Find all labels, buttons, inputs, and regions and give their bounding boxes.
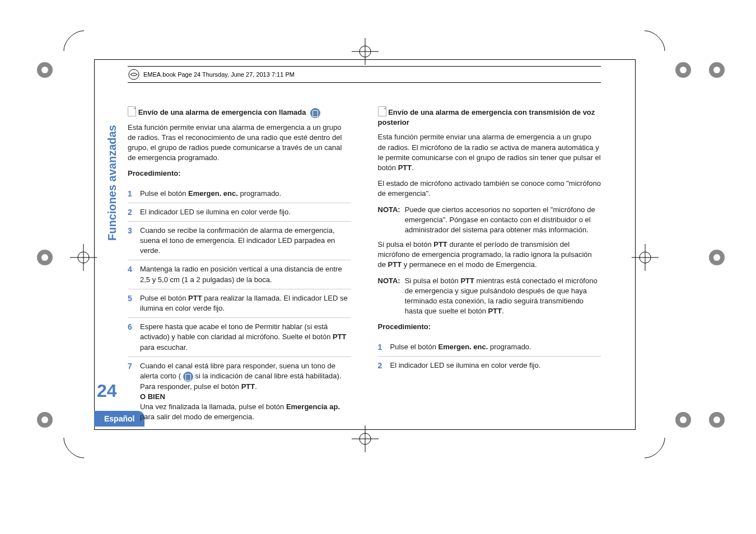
heading-right: Envío de una alarma de emergencia con tr… xyxy=(378,106,601,128)
procedure-list-right: Pulse el botón Emergen. enc. programado.… xyxy=(378,338,601,374)
section-label: Funciones avanzadas xyxy=(106,125,118,241)
body-text: El estado de micrófono activado también … xyxy=(378,179,601,199)
svg-point-21 xyxy=(41,254,48,261)
star-mark xyxy=(672,409,694,431)
note-label: NOTA: xyxy=(378,276,400,317)
star-mark xyxy=(34,246,56,269)
note-body: Puede que ciertos accesorios no soporten… xyxy=(405,205,601,236)
svg-point-23 xyxy=(713,67,720,73)
feature-badge-icon xyxy=(310,108,320,118)
corner-mark-tr xyxy=(643,30,666,52)
body-text: Si pulsa el botón PTT durante el período… xyxy=(378,240,601,270)
running-header: EMEA.book Page 24 Thursday, June 27, 201… xyxy=(128,66,601,83)
corner-mark-tl xyxy=(63,30,85,52)
step: Espere hasta que acabe el tono de Permit… xyxy=(128,318,351,357)
registration-mark xyxy=(632,244,659,271)
svg-point-25 xyxy=(713,254,720,261)
corner-mark-br xyxy=(643,437,666,459)
procedure-label: Procedimiento xyxy=(128,169,178,177)
intro-text: Esta función permite enviar una alarma d… xyxy=(128,123,351,163)
step: Cuando el canal está libre para responde… xyxy=(128,357,351,427)
procedure-label: Procedimiento xyxy=(378,322,428,331)
step: Mantenga la radio en posición vertical a… xyxy=(128,260,351,289)
right-column: Envío de una alarma de emergencia con tr… xyxy=(378,106,601,428)
star-mark xyxy=(672,59,694,81)
note-block: NOTA: Puede que ciertos accesorios no so… xyxy=(378,205,601,236)
step: Pulse el botón PTT para realizar la llam… xyxy=(128,289,351,318)
procedure-list-left: Pulse el botón Emergen. enc. programado.… xyxy=(128,185,351,427)
heading-left: Envío de una alarma de emergencia con ll… xyxy=(128,106,351,118)
svg-point-15 xyxy=(680,67,687,73)
corner-mark-bl xyxy=(63,437,85,459)
step: Cuando se recibe la confirmación de alar… xyxy=(128,222,351,261)
body-text: Esta función permite enviar una alarma d… xyxy=(378,132,601,173)
step: El indicador LED se ilumina en color ver… xyxy=(378,357,601,374)
svg-point-13 xyxy=(41,67,48,73)
note-block: NOTA: Si pulsa el botón PTT mientras est… xyxy=(378,276,601,317)
document-icon xyxy=(378,106,386,116)
feature-badge-icon xyxy=(183,372,193,382)
star-mark xyxy=(34,409,56,431)
registration-mark xyxy=(70,244,97,271)
document-icon xyxy=(128,106,136,116)
note-label: NOTA: xyxy=(378,205,400,236)
page-number: 24 xyxy=(97,381,117,401)
star-mark xyxy=(706,59,728,81)
svg-point-27 xyxy=(713,416,720,423)
running-header-text: EMEA.book Page 24 Thursday, June 27, 201… xyxy=(143,71,295,78)
step: Pulse el botón Emergen. enc. programado. xyxy=(128,185,351,203)
registration-mark xyxy=(352,38,379,65)
svg-point-19 xyxy=(680,416,687,423)
star-mark xyxy=(706,409,728,431)
book-icon xyxy=(128,68,140,81)
step: Pulse el botón Emergen. enc. programado. xyxy=(378,338,601,357)
left-column: Envío de una alarma de emergencia con ll… xyxy=(128,106,351,428)
registration-mark xyxy=(352,425,379,452)
note-body: Si pulsa el botón PTT mientras está cone… xyxy=(405,276,601,317)
star-mark xyxy=(34,59,56,81)
step: El indicador LED se ilumina en color ver… xyxy=(128,203,351,222)
star-mark xyxy=(706,246,728,269)
svg-point-17 xyxy=(41,416,48,423)
